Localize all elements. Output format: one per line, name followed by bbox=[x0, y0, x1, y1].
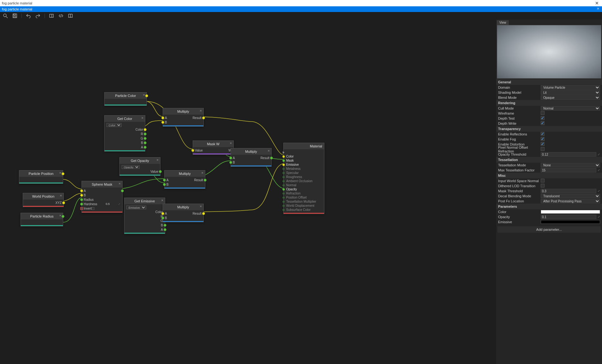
param-select[interactable]: Opacity bbox=[122, 165, 140, 169]
cull-select[interactable]: Normal bbox=[541, 106, 600, 110]
node-multiply-1[interactable]: Multiply✕ AResult B bbox=[163, 108, 204, 127]
exec-pin[interactable] bbox=[283, 151, 285, 154]
domain-select[interactable]: Volume Particle bbox=[541, 85, 600, 90]
panel-icon[interactable] bbox=[49, 13, 54, 19]
material-pin[interactable]: Opacity bbox=[284, 187, 324, 191]
material-preview[interactable] bbox=[497, 25, 601, 79]
output-port[interactable] bbox=[202, 212, 205, 215]
input-port[interactable] bbox=[229, 157, 232, 159]
close-icon[interactable]: ✕ bbox=[268, 149, 270, 152]
input-port[interactable] bbox=[191, 149, 194, 152]
output-port[interactable] bbox=[62, 172, 64, 175]
docs-icon[interactable] bbox=[68, 13, 73, 19]
output-port[interactable] bbox=[121, 189, 124, 192]
color-swatch[interactable] bbox=[541, 210, 600, 214]
close-icon[interactable]: ✕ bbox=[594, 1, 600, 6]
wireframe-checkbox[interactable] bbox=[541, 111, 545, 115]
input-port[interactable] bbox=[80, 189, 83, 192]
output-port[interactable] bbox=[144, 146, 147, 149]
input-port[interactable] bbox=[161, 116, 164, 119]
material-pin[interactable]: Position Offset bbox=[284, 195, 324, 200]
input-port[interactable] bbox=[282, 196, 285, 199]
input-port[interactable] bbox=[282, 155, 285, 158]
depth-test-checkbox[interactable] bbox=[541, 116, 545, 120]
decal-blend-select[interactable]: Translucent bbox=[541, 194, 600, 198]
close-icon[interactable]: ✕ bbox=[60, 194, 62, 197]
close-icon[interactable]: ✕ bbox=[161, 199, 164, 202]
input-port[interactable] bbox=[282, 184, 285, 187]
close-icon[interactable]: ✕ bbox=[200, 109, 202, 112]
input-port[interactable] bbox=[282, 176, 285, 178]
tess-mode-select[interactable]: None bbox=[541, 163, 600, 167]
opacity-param-input[interactable] bbox=[541, 215, 596, 219]
node-graph-canvas[interactable]: Particle Color✕ Get Color✕ Color Color R… bbox=[0, 20, 496, 364]
input-port[interactable] bbox=[282, 180, 285, 182]
input-port[interactable] bbox=[161, 212, 164, 215]
input-port[interactable] bbox=[80, 194, 83, 197]
output-port[interactable] bbox=[144, 141, 147, 144]
output-port[interactable] bbox=[62, 215, 64, 218]
input-port[interactable] bbox=[161, 121, 164, 124]
material-pin[interactable]: Metalness bbox=[284, 167, 324, 171]
material-pin[interactable]: World Displacement bbox=[284, 204, 324, 208]
iwsn-checkbox[interactable] bbox=[541, 179, 545, 182]
node-particle-radius[interactable]: Particle Radius✕ bbox=[21, 213, 63, 226]
input-port[interactable] bbox=[282, 200, 285, 203]
material-pin[interactable]: Emissive bbox=[284, 163, 324, 167]
input-port[interactable] bbox=[282, 159, 285, 162]
output-port[interactable] bbox=[145, 94, 148, 97]
material-pin[interactable]: Tessellation Multiplier bbox=[284, 200, 324, 204]
preview-tab[interactable]: View bbox=[497, 20, 509, 25]
output-port[interactable] bbox=[164, 228, 166, 231]
add-parameter-button[interactable]: Add parameter... bbox=[497, 226, 601, 233]
material-pin[interactable]: Roughness bbox=[284, 175, 324, 179]
mask-threshold-input[interactable] bbox=[541, 189, 596, 193]
node-multiply-4[interactable]: Multiply✕ AResult B bbox=[163, 204, 204, 222]
input-port[interactable] bbox=[282, 172, 285, 174]
material-pin[interactable]: Refraction bbox=[284, 191, 324, 195]
input-port[interactable] bbox=[282, 168, 285, 170]
undo-icon[interactable] bbox=[26, 13, 31, 19]
input-port[interactable] bbox=[161, 217, 164, 219]
material-pin[interactable]: Color bbox=[284, 154, 324, 158]
emissive-swatch[interactable] bbox=[541, 220, 600, 224]
input-port[interactable] bbox=[163, 183, 166, 186]
output-port[interactable] bbox=[204, 179, 207, 182]
input-port[interactable] bbox=[282, 164, 285, 166]
invert-checkbox[interactable] bbox=[92, 207, 94, 210]
input-port[interactable] bbox=[80, 207, 83, 210]
close-icon[interactable]: ✕ bbox=[59, 171, 62, 175]
blend-select[interactable]: Opaque bbox=[541, 95, 600, 100]
code-icon[interactable] bbox=[58, 13, 64, 19]
input-port[interactable] bbox=[163, 179, 166, 182]
close-icon[interactable]: ✕ bbox=[59, 214, 62, 217]
depth-write-checkbox[interactable] bbox=[541, 121, 545, 125]
tab-close-icon[interactable]: ✕ bbox=[597, 7, 599, 11]
input-port[interactable] bbox=[80, 203, 83, 206]
close-icon[interactable]: ✕ bbox=[141, 116, 144, 120]
distortion-checkbox[interactable] bbox=[541, 142, 545, 146]
input-port[interactable] bbox=[282, 209, 285, 211]
input-port[interactable] bbox=[80, 198, 83, 201]
output-port[interactable] bbox=[62, 201, 65, 204]
close-icon[interactable]: ✕ bbox=[143, 93, 145, 97]
material-pin[interactable]: Subsurface Color bbox=[284, 208, 324, 212]
input-port[interactable] bbox=[282, 192, 285, 195]
node-particle-position[interactable]: Particle Position✕ bbox=[19, 170, 63, 184]
node-get-emissive[interactable]: Get Emissive✕ Emissive Color R G B A bbox=[124, 198, 165, 234]
node-multiply-3[interactable]: Multiply✕ AResult B bbox=[231, 148, 272, 167]
material-pin[interactable]: Mask bbox=[284, 158, 324, 163]
close-icon[interactable]: ✕ bbox=[201, 171, 204, 175]
node-particle-color[interactable]: Particle Color✕ bbox=[104, 92, 147, 106]
node-mask-w[interactable]: Mask W✕ ValueW bbox=[193, 140, 234, 155]
tess-max-input[interactable] bbox=[541, 168, 596, 172]
reflections-checkbox[interactable] bbox=[541, 132, 545, 136]
material-pin[interactable]: Ambient Occlusion bbox=[284, 179, 324, 183]
shading-select[interactable]: Lit bbox=[541, 90, 600, 95]
node-get-color[interactable]: Get Color✕ Color Color R G B A bbox=[104, 115, 145, 152]
output-port[interactable] bbox=[144, 137, 147, 140]
material-pin[interactable]: Normal bbox=[284, 183, 324, 187]
search-icon[interactable] bbox=[3, 13, 8, 19]
save-icon[interactable] bbox=[12, 13, 18, 19]
dlod-checkbox[interactable] bbox=[541, 184, 545, 188]
